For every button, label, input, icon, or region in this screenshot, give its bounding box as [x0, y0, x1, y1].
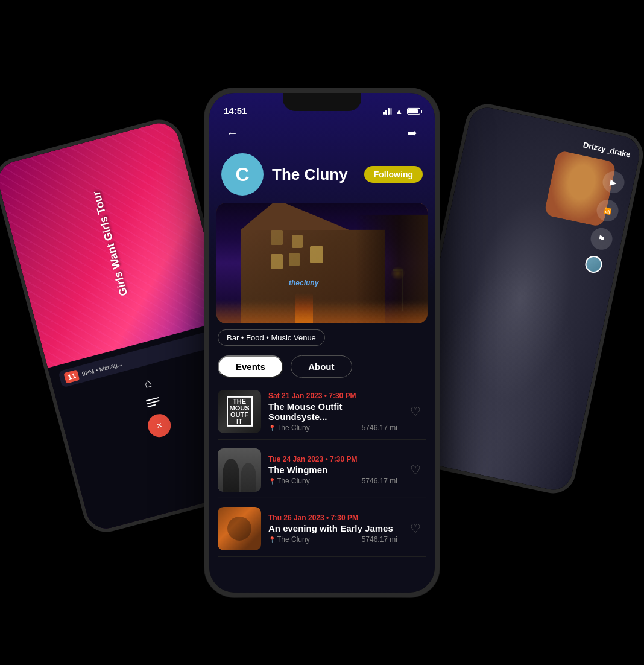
wingmen-image: [218, 448, 261, 492]
back-button[interactable]: ←: [221, 122, 243, 144]
event-thumb-1: THEMOUSOUTFIT: [218, 390, 261, 433]
signal-bars-icon: [383, 108, 392, 115]
event-card-2[interactable]: Tue 24 Jan 2023 • 7:30 PM The Wingmen 📍T…: [218, 442, 426, 498]
tab-about[interactable]: About: [291, 355, 352, 378]
menu-icon: [146, 397, 160, 407]
venue-name: The Cluny: [272, 165, 364, 183]
venue-info: The Cluny: [272, 165, 364, 183]
event-title-1: The Mouse Outfit Soundsyste...: [268, 401, 397, 421]
event-distance-1: 5746.17 mi: [362, 423, 397, 431]
back-right-signal-icon: 📶: [595, 198, 620, 224]
home-icon: ⌂: [143, 376, 154, 391]
event-details-1: Sat 21 Jan 2023 • 7:30 PM The Mouse Outf…: [268, 391, 397, 431]
back-right-flag-icon: ⚑: [589, 226, 614, 252]
venue-tags: Bar • Food • Music Venue: [218, 329, 325, 346]
event-date-3: Thu 26 Jan 2023 • 7:30 PM: [268, 514, 397, 522]
tab-events[interactable]: Events: [218, 355, 283, 378]
event-title-3: An evening with Early James: [268, 523, 397, 533]
event-thumb-2: [218, 448, 261, 492]
phone-screen: 14:51 ▲ ← ➦ C The Clun: [209, 93, 435, 593]
close-icon: ×: [145, 412, 174, 440]
phone-notch: [283, 93, 361, 111]
event-date-2: Tue 24 Jan 2023 • 7:30 PM: [268, 455, 397, 463]
hero-image: thecluny: [216, 203, 428, 323]
share-button[interactable]: ➦: [401, 122, 423, 144]
heart-button-3[interactable]: ♡: [405, 518, 426, 539]
nav-bar: ← ➦: [209, 119, 435, 148]
heart-button-1[interactable]: ♡: [405, 401, 426, 422]
back-left-event-sub: 9PM • Manag...: [81, 360, 123, 377]
back-left-date-num: 11: [63, 370, 80, 384]
event-title-2: The Wingmen: [268, 465, 397, 475]
event-date-1: Sat 21 Jan 2023 • 7:30 PM: [268, 391, 397, 399]
events-list: THEMOUSOUTFIT Sat 21 Jan 2023 • 7:30 PM …: [209, 384, 435, 593]
event-distance-3: 5746.17 mi: [362, 535, 397, 544]
venue-sign: thecluny: [289, 279, 318, 287]
event-venue-3: 📍The Cluny: [268, 535, 310, 544]
tags-row: Bar • Food • Music Venue: [209, 323, 435, 352]
event-venue-2: 📍The Cluny: [268, 477, 310, 485]
event-details-3: Thu 26 Jan 2023 • 7:30 PM An evening wit…: [268, 514, 397, 544]
event-card-3[interactable]: Thu 26 Jan 2023 • 7:30 PM An evening wit…: [218, 501, 426, 557]
event-details-2: Tue 24 Jan 2023 • 7:30 PM The Wingmen 📍T…: [268, 455, 397, 485]
tab-bar: Events About: [209, 352, 435, 384]
event-card-1[interactable]: THEMOUSOUTFIT Sat 21 Jan 2023 • 7:30 PM …: [218, 384, 426, 440]
status-icons: ▲: [383, 107, 420, 116]
profile-header: C The Cluny Following: [209, 148, 435, 203]
wifi-icon: ▲: [395, 107, 403, 116]
back-right-play-icon: ▶: [601, 170, 627, 196]
event-thumb-3: [218, 507, 261, 550]
main-phone: 14:51 ▲ ← ➦ C The Clun: [204, 88, 440, 597]
status-time: 14:51: [224, 106, 247, 116]
venue-avatar: C: [221, 153, 264, 196]
following-badge[interactable]: Following: [364, 166, 423, 183]
event-venue-1: 📍The Cluny: [268, 423, 310, 431]
battery-icon: [407, 108, 420, 115]
back-right-small-avatar: [584, 254, 604, 274]
heart-button-2[interactable]: ♡: [405, 459, 426, 481]
event-distance-2: 5746.17 mi: [362, 477, 397, 485]
